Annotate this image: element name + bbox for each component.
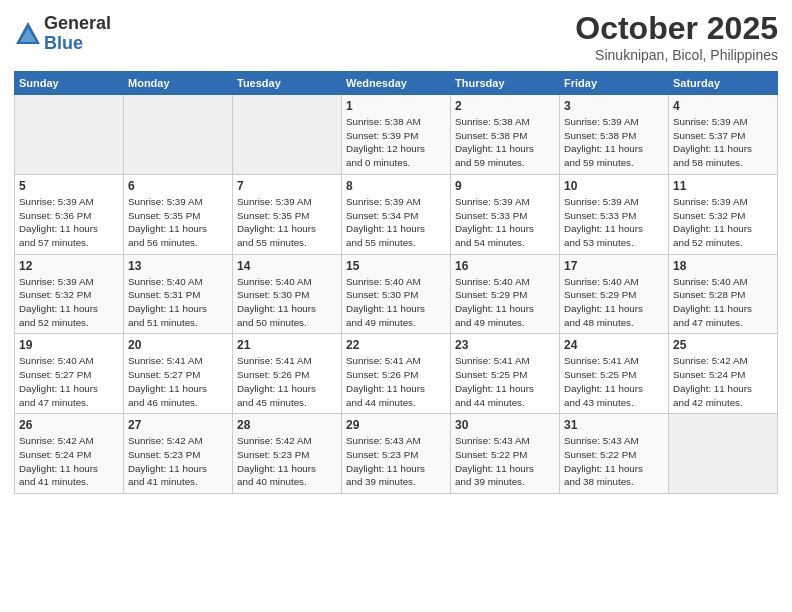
day-info: Sunrise: 5:42 AM Sunset: 5:23 PM Dayligh…: [128, 434, 228, 489]
logo-general-text: General: [44, 14, 111, 34]
day-info: Sunrise: 5:39 AM Sunset: 5:33 PM Dayligh…: [564, 195, 664, 250]
day-info: Sunrise: 5:41 AM Sunset: 5:26 PM Dayligh…: [237, 354, 337, 409]
logo-icon: [14, 20, 42, 48]
location-text: Sinuknipan, Bicol, Philippines: [575, 47, 778, 63]
day-info: Sunrise: 5:43 AM Sunset: 5:23 PM Dayligh…: [346, 434, 446, 489]
day-info: Sunrise: 5:40 AM Sunset: 5:29 PM Dayligh…: [455, 275, 555, 330]
calendar-cell: 6Sunrise: 5:39 AM Sunset: 5:35 PM Daylig…: [124, 174, 233, 254]
day-info: Sunrise: 5:40 AM Sunset: 5:31 PM Dayligh…: [128, 275, 228, 330]
calendar-cell: 28Sunrise: 5:42 AM Sunset: 5:23 PM Dayli…: [233, 414, 342, 494]
calendar-cell: 27Sunrise: 5:42 AM Sunset: 5:23 PM Dayli…: [124, 414, 233, 494]
day-info: Sunrise: 5:38 AM Sunset: 5:38 PM Dayligh…: [455, 115, 555, 170]
calendar-cell: [669, 414, 778, 494]
day-info: Sunrise: 5:41 AM Sunset: 5:25 PM Dayligh…: [564, 354, 664, 409]
day-number: 11: [673, 179, 773, 193]
calendar-table: Sunday Monday Tuesday Wednesday Thursday…: [14, 71, 778, 494]
day-info: Sunrise: 5:43 AM Sunset: 5:22 PM Dayligh…: [455, 434, 555, 489]
day-number: 12: [19, 259, 119, 273]
day-number: 29: [346, 418, 446, 432]
calendar-cell: 8Sunrise: 5:39 AM Sunset: 5:34 PM Daylig…: [342, 174, 451, 254]
day-info: Sunrise: 5:40 AM Sunset: 5:29 PM Dayligh…: [564, 275, 664, 330]
day-number: 13: [128, 259, 228, 273]
calendar-week-5: 26Sunrise: 5:42 AM Sunset: 5:24 PM Dayli…: [15, 414, 778, 494]
day-number: 22: [346, 338, 446, 352]
calendar-cell: [124, 95, 233, 175]
calendar-cell: 24Sunrise: 5:41 AM Sunset: 5:25 PM Dayli…: [560, 334, 669, 414]
title-block: October 2025 Sinuknipan, Bicol, Philippi…: [575, 10, 778, 63]
header-row: Sunday Monday Tuesday Wednesday Thursday…: [15, 72, 778, 95]
day-number: 8: [346, 179, 446, 193]
calendar-week-3: 12Sunrise: 5:39 AM Sunset: 5:32 PM Dayli…: [15, 254, 778, 334]
col-sunday: Sunday: [15, 72, 124, 95]
day-info: Sunrise: 5:39 AM Sunset: 5:35 PM Dayligh…: [128, 195, 228, 250]
calendar-cell: 2Sunrise: 5:38 AM Sunset: 5:38 PM Daylig…: [451, 95, 560, 175]
day-info: Sunrise: 5:41 AM Sunset: 5:27 PM Dayligh…: [128, 354, 228, 409]
day-info: Sunrise: 5:40 AM Sunset: 5:27 PM Dayligh…: [19, 354, 119, 409]
day-info: Sunrise: 5:39 AM Sunset: 5:37 PM Dayligh…: [673, 115, 773, 170]
calendar-cell: 15Sunrise: 5:40 AM Sunset: 5:30 PM Dayli…: [342, 254, 451, 334]
calendar-cell: 29Sunrise: 5:43 AM Sunset: 5:23 PM Dayli…: [342, 414, 451, 494]
day-number: 4: [673, 99, 773, 113]
day-info: Sunrise: 5:42 AM Sunset: 5:24 PM Dayligh…: [19, 434, 119, 489]
calendar-cell: 9Sunrise: 5:39 AM Sunset: 5:33 PM Daylig…: [451, 174, 560, 254]
day-info: Sunrise: 5:39 AM Sunset: 5:36 PM Dayligh…: [19, 195, 119, 250]
day-info: Sunrise: 5:39 AM Sunset: 5:33 PM Dayligh…: [455, 195, 555, 250]
day-info: Sunrise: 5:42 AM Sunset: 5:23 PM Dayligh…: [237, 434, 337, 489]
day-number: 25: [673, 338, 773, 352]
day-number: 19: [19, 338, 119, 352]
day-info: Sunrise: 5:38 AM Sunset: 5:39 PM Dayligh…: [346, 115, 446, 170]
calendar-cell: 22Sunrise: 5:41 AM Sunset: 5:26 PM Dayli…: [342, 334, 451, 414]
day-number: 18: [673, 259, 773, 273]
logo: General Blue: [14, 14, 111, 54]
day-info: Sunrise: 5:41 AM Sunset: 5:25 PM Dayligh…: [455, 354, 555, 409]
calendar-cell: 10Sunrise: 5:39 AM Sunset: 5:33 PM Dayli…: [560, 174, 669, 254]
calendar-week-4: 19Sunrise: 5:40 AM Sunset: 5:27 PM Dayli…: [15, 334, 778, 414]
day-info: Sunrise: 5:39 AM Sunset: 5:32 PM Dayligh…: [19, 275, 119, 330]
day-info: Sunrise: 5:39 AM Sunset: 5:35 PM Dayligh…: [237, 195, 337, 250]
page-container: General Blue October 2025 Sinuknipan, Bi…: [0, 0, 792, 504]
day-number: 30: [455, 418, 555, 432]
calendar-cell: 21Sunrise: 5:41 AM Sunset: 5:26 PM Dayli…: [233, 334, 342, 414]
day-number: 10: [564, 179, 664, 193]
day-number: 3: [564, 99, 664, 113]
day-number: 1: [346, 99, 446, 113]
calendar-cell: 19Sunrise: 5:40 AM Sunset: 5:27 PM Dayli…: [15, 334, 124, 414]
calendar-week-2: 5Sunrise: 5:39 AM Sunset: 5:36 PM Daylig…: [15, 174, 778, 254]
calendar-cell: 23Sunrise: 5:41 AM Sunset: 5:25 PM Dayli…: [451, 334, 560, 414]
calendar-cell: 5Sunrise: 5:39 AM Sunset: 5:36 PM Daylig…: [15, 174, 124, 254]
calendar-cell: 7Sunrise: 5:39 AM Sunset: 5:35 PM Daylig…: [233, 174, 342, 254]
calendar-cell: 16Sunrise: 5:40 AM Sunset: 5:29 PM Dayli…: [451, 254, 560, 334]
day-number: 14: [237, 259, 337, 273]
day-number: 28: [237, 418, 337, 432]
calendar-cell: 18Sunrise: 5:40 AM Sunset: 5:28 PM Dayli…: [669, 254, 778, 334]
day-info: Sunrise: 5:42 AM Sunset: 5:24 PM Dayligh…: [673, 354, 773, 409]
day-number: 15: [346, 259, 446, 273]
day-number: 23: [455, 338, 555, 352]
calendar-cell: [233, 95, 342, 175]
logo-blue-text: Blue: [44, 34, 111, 54]
calendar-cell: [15, 95, 124, 175]
calendar-cell: 1Sunrise: 5:38 AM Sunset: 5:39 PM Daylig…: [342, 95, 451, 175]
calendar-cell: 31Sunrise: 5:43 AM Sunset: 5:22 PM Dayli…: [560, 414, 669, 494]
day-number: 16: [455, 259, 555, 273]
day-info: Sunrise: 5:40 AM Sunset: 5:30 PM Dayligh…: [237, 275, 337, 330]
day-number: 9: [455, 179, 555, 193]
calendar-cell: 20Sunrise: 5:41 AM Sunset: 5:27 PM Dayli…: [124, 334, 233, 414]
calendar-cell: 26Sunrise: 5:42 AM Sunset: 5:24 PM Dayli…: [15, 414, 124, 494]
day-info: Sunrise: 5:39 AM Sunset: 5:32 PM Dayligh…: [673, 195, 773, 250]
calendar-cell: 25Sunrise: 5:42 AM Sunset: 5:24 PM Dayli…: [669, 334, 778, 414]
day-number: 26: [19, 418, 119, 432]
day-info: Sunrise: 5:39 AM Sunset: 5:34 PM Dayligh…: [346, 195, 446, 250]
calendar-cell: 4Sunrise: 5:39 AM Sunset: 5:37 PM Daylig…: [669, 95, 778, 175]
day-number: 27: [128, 418, 228, 432]
calendar-cell: 14Sunrise: 5:40 AM Sunset: 5:30 PM Dayli…: [233, 254, 342, 334]
col-thursday: Thursday: [451, 72, 560, 95]
col-friday: Friday: [560, 72, 669, 95]
day-number: 21: [237, 338, 337, 352]
col-monday: Monday: [124, 72, 233, 95]
col-saturday: Saturday: [669, 72, 778, 95]
day-info: Sunrise: 5:40 AM Sunset: 5:30 PM Dayligh…: [346, 275, 446, 330]
calendar-week-1: 1Sunrise: 5:38 AM Sunset: 5:39 PM Daylig…: [15, 95, 778, 175]
page-header: General Blue October 2025 Sinuknipan, Bi…: [14, 10, 778, 63]
day-number: 6: [128, 179, 228, 193]
